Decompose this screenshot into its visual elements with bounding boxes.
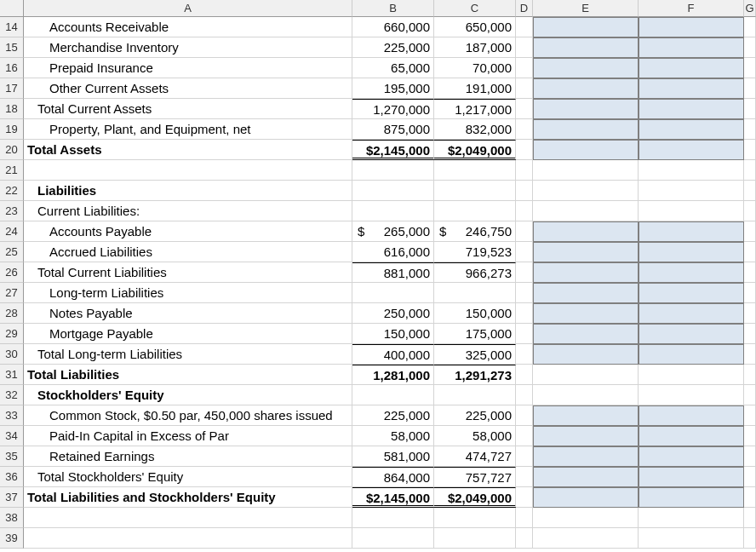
cell-b28[interactable]: 250,000: [352, 303, 434, 324]
cell-g21[interactable]: [744, 160, 756, 181]
cell-g25[interactable]: [744, 242, 756, 262]
cell-a24[interactable]: Accounts Payable: [24, 221, 352, 242]
cell-f14[interactable]: [639, 17, 744, 37]
cell-b39[interactable]: [352, 528, 434, 549]
cell-e26[interactable]: [533, 262, 639, 283]
cell-g28[interactable]: [744, 303, 756, 324]
row-header-19[interactable]: 19: [0, 119, 24, 140]
cell-e38[interactable]: [533, 508, 639, 528]
cell-a22[interactable]: Liabilities: [24, 181, 352, 201]
cell-b22[interactable]: [352, 181, 434, 201]
cell-d20[interactable]: [516, 140, 533, 160]
cell-d27[interactable]: [516, 283, 533, 303]
cell-f23[interactable]: [639, 201, 744, 221]
cell-g15[interactable]: [744, 37, 756, 58]
cell-g32[interactable]: [744, 385, 756, 405]
cell-d39[interactable]: [516, 528, 533, 549]
cell-f21[interactable]: [639, 160, 744, 181]
row-header-18[interactable]: 18: [0, 99, 24, 119]
row-header-39[interactable]: 39: [0, 528, 24, 549]
cell-c30[interactable]: 325,000: [434, 344, 516, 365]
cell-d22[interactable]: [516, 181, 533, 201]
cell-c29[interactable]: 175,000: [434, 324, 516, 344]
cell-g27[interactable]: [744, 283, 756, 303]
cell-d25[interactable]: [516, 242, 533, 262]
row-header-29[interactable]: 29: [0, 324, 24, 344]
row-header-26[interactable]: 26: [0, 262, 24, 283]
row-header-35[interactable]: 35: [0, 446, 24, 467]
cell-c14[interactable]: 650,000: [434, 17, 516, 37]
cell-b20[interactable]: $2,145,000: [352, 140, 434, 160]
cell-f20[interactable]: [639, 140, 744, 160]
cell-g38[interactable]: [744, 508, 756, 528]
cell-e22[interactable]: [533, 181, 639, 201]
cell-c31[interactable]: 1,291,273: [434, 365, 516, 385]
cell-f28[interactable]: [639, 303, 744, 324]
cell-c39[interactable]: [434, 528, 516, 549]
col-header-e[interactable]: E: [533, 0, 639, 17]
cell-d17[interactable]: [516, 78, 533, 99]
row-header-15[interactable]: 15: [0, 37, 24, 58]
row-header-14[interactable]: 14: [0, 17, 24, 37]
cell-d16[interactable]: [516, 58, 533, 78]
cell-f30[interactable]: [639, 344, 744, 365]
cell-f17[interactable]: [639, 78, 744, 99]
cell-e36[interactable]: [533, 467, 639, 487]
cell-e20[interactable]: [533, 140, 639, 160]
cell-a23[interactable]: Current Liabilities:: [24, 201, 352, 221]
cell-f36[interactable]: [639, 467, 744, 487]
cell-c25[interactable]: 719,523: [434, 242, 516, 262]
cell-e24[interactable]: [533, 221, 639, 242]
cell-c19[interactable]: 832,000: [434, 119, 516, 140]
cell-f39[interactable]: [639, 528, 744, 549]
cell-f38[interactable]: [639, 508, 744, 528]
cell-d18[interactable]: [516, 99, 533, 119]
cell-a21[interactable]: [24, 160, 352, 181]
cell-e32[interactable]: [533, 385, 639, 405]
cell-f34[interactable]: [639, 426, 744, 446]
cell-e17[interactable]: [533, 78, 639, 99]
row-header-38[interactable]: 38: [0, 508, 24, 528]
cell-g37[interactable]: [744, 487, 756, 508]
cell-b34[interactable]: 58,000: [352, 426, 434, 446]
cell-f37[interactable]: [639, 487, 744, 508]
cell-c26[interactable]: 966,273: [434, 262, 516, 283]
col-header-f[interactable]: F: [639, 0, 744, 17]
cell-b31[interactable]: 1,281,000: [352, 365, 434, 385]
cell-e23[interactable]: [533, 201, 639, 221]
cell-g20[interactable]: [744, 140, 756, 160]
cell-a27[interactable]: Long-term Liabilities: [24, 283, 352, 303]
cell-a38[interactable]: [24, 508, 352, 528]
cell-g23[interactable]: [744, 201, 756, 221]
row-header-31[interactable]: 31: [0, 365, 24, 385]
cell-c21[interactable]: [434, 160, 516, 181]
row-header-36[interactable]: 36: [0, 467, 24, 487]
cell-b29[interactable]: 150,000: [352, 324, 434, 344]
cell-b16[interactable]: 65,000: [352, 58, 434, 78]
cell-d29[interactable]: [516, 324, 533, 344]
cell-f33[interactable]: [639, 405, 744, 426]
cell-b37[interactable]: $2,145,000: [352, 487, 434, 508]
cell-b30[interactable]: 400,000: [352, 344, 434, 365]
cell-e35[interactable]: [533, 446, 639, 467]
cell-d26[interactable]: [516, 262, 533, 283]
cell-e31[interactable]: [533, 365, 639, 385]
cell-c34[interactable]: 58,000: [434, 426, 516, 446]
cell-g22[interactable]: [744, 181, 756, 201]
cell-f15[interactable]: [639, 37, 744, 58]
col-header-d[interactable]: D: [516, 0, 533, 17]
row-header-16[interactable]: 16: [0, 58, 24, 78]
cell-e34[interactable]: [533, 426, 639, 446]
cell-d38[interactable]: [516, 508, 533, 528]
cell-d19[interactable]: [516, 119, 533, 140]
cell-d23[interactable]: [516, 201, 533, 221]
cell-d24[interactable]: [516, 221, 533, 242]
cell-g17[interactable]: [744, 78, 756, 99]
cell-a15[interactable]: Merchandise Inventory: [24, 37, 352, 58]
cell-a29[interactable]: Mortgage Payable: [24, 324, 352, 344]
cell-g19[interactable]: [744, 119, 756, 140]
cell-f31[interactable]: [639, 365, 744, 385]
cell-c37[interactable]: $2,049,000: [434, 487, 516, 508]
cell-a36[interactable]: Total Stockholders' Equity: [24, 467, 352, 487]
row-header-21[interactable]: 21: [0, 160, 24, 181]
